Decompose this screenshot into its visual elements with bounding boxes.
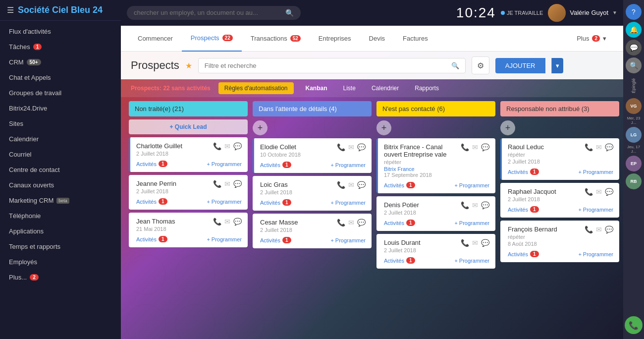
chat-bubble-icon[interactable]: 💬 xyxy=(626,40,642,56)
phone-icon[interactable]: 📞 xyxy=(337,181,345,189)
activities-label[interactable]: Activités xyxy=(384,258,404,264)
programmer-button[interactable]: + Programmer xyxy=(578,207,613,213)
email-icon[interactable]: ✉ xyxy=(472,143,478,151)
activities-label[interactable]: Activités xyxy=(508,207,528,213)
email-icon[interactable]: ✉ xyxy=(596,143,602,151)
add-col-button[interactable]: + xyxy=(500,120,515,135)
email-icon[interactable]: ✉ xyxy=(348,181,354,189)
tab-transactions[interactable]: Transactions 52 xyxy=(242,26,310,52)
chat-icon[interactable]: 💬 xyxy=(605,143,613,151)
sidebar-item-crm[interactable]: CRM 50+ xyxy=(0,55,121,70)
programmer-button[interactable]: + Programmer xyxy=(454,182,489,188)
programmer-button[interactable]: + Programmer xyxy=(578,251,613,257)
activities-label[interactable]: Activités xyxy=(384,182,404,188)
add-col-button[interactable]: + xyxy=(253,120,268,135)
sidebar-item-taches[interactable]: Tâches 1 xyxy=(0,39,121,55)
chat-icon[interactable]: 💬 xyxy=(605,188,613,196)
chat-icon[interactable]: 💬 xyxy=(605,226,613,233)
phone-icon[interactable]: 📞 xyxy=(213,180,221,188)
kanban-button[interactable]: Kanban xyxy=(302,82,331,94)
tab-entreprises[interactable]: Entreprises xyxy=(310,26,360,52)
phone-icon[interactable]: 📞 xyxy=(461,143,469,151)
phone-icon[interactable]: 📞 xyxy=(585,188,593,196)
programmer-button[interactable]: + Programmer xyxy=(330,162,366,168)
sidebar-item-drive[interactable]: Bitrix24.Drive xyxy=(0,101,121,116)
activities-label[interactable]: Activités xyxy=(136,161,157,167)
email-icon[interactable]: ✉ xyxy=(348,143,354,151)
sidebar-item-employes[interactable]: Employés xyxy=(0,254,121,270)
sidebar-item-plus[interactable]: Plus... 2 xyxy=(0,270,121,285)
hamburger-icon[interactable]: ☰ xyxy=(7,5,14,15)
star-icon[interactable]: ★ xyxy=(185,61,192,70)
chat-icon[interactable]: 💬 xyxy=(357,143,366,151)
chat-icon[interactable]: 💬 xyxy=(481,201,489,209)
settings-button[interactable]: ⚙ xyxy=(472,56,489,74)
chat-icon[interactable]: 💬 xyxy=(481,239,489,247)
tab-prospects[interactable]: Prospects 22 xyxy=(182,26,242,52)
chat-icon[interactable]: 💬 xyxy=(233,218,242,226)
tab-commencer[interactable]: Commencer xyxy=(129,26,182,52)
chat-icon[interactable]: 💬 xyxy=(233,142,242,150)
phone-call-icon[interactable]: 📞 xyxy=(625,316,643,334)
avatar[interactable]: VG xyxy=(626,98,642,114)
email-icon[interactable]: ✉ xyxy=(596,226,602,233)
email-icon[interactable]: ✉ xyxy=(596,188,602,196)
activities-label[interactable]: Activités xyxy=(136,236,157,242)
rapports-button[interactable]: Rapports xyxy=(411,82,443,94)
chat-icon[interactable]: 💬 xyxy=(481,143,489,151)
add-button-dropdown[interactable]: ▾ xyxy=(551,58,563,73)
programmer-button[interactable]: + Programmer xyxy=(207,161,242,167)
activities-label[interactable]: Activités xyxy=(260,200,280,206)
activities-label[interactable]: Activités xyxy=(384,220,404,226)
email-icon[interactable]: ✉ xyxy=(472,201,478,209)
company-link[interactable]: Bitrix France xyxy=(384,166,461,172)
search-right-icon[interactable]: 🔍 xyxy=(626,57,642,73)
chat-icon[interactable]: 💬 xyxy=(357,219,366,226)
email-icon[interactable]: ✉ xyxy=(224,142,230,150)
tab-factures[interactable]: Factures xyxy=(394,26,437,52)
add-col-button[interactable]: + xyxy=(376,120,391,135)
add-quick-lead-button[interactable]: + Quick Lead xyxy=(129,119,248,134)
sidebar-item-marketing[interactable]: Marketing CRM beta xyxy=(0,193,121,208)
phone-icon[interactable]: 📞 xyxy=(213,142,221,150)
activities-label[interactable]: Activités xyxy=(508,251,528,257)
avatar[interactable]: EP xyxy=(626,156,642,171)
sidebar-item-applications[interactable]: Applications xyxy=(0,224,121,239)
add-button[interactable]: AJOUTER xyxy=(495,58,545,73)
activities-label[interactable]: Activités xyxy=(136,199,157,205)
activities-label[interactable]: Activités xyxy=(260,162,280,168)
tab-plus[interactable]: Plus 2 ▾ xyxy=(568,26,615,52)
email-icon[interactable]: ✉ xyxy=(348,219,354,226)
programmer-button[interactable]: + Programmer xyxy=(330,200,366,206)
phone-icon[interactable]: 📞 xyxy=(461,239,469,247)
help-icon[interactable]: ? xyxy=(626,4,642,20)
sidebar-item-telephonie[interactable]: Téléphonie xyxy=(0,208,121,224)
programmer-button[interactable]: + Programmer xyxy=(207,199,242,205)
tab-devis[interactable]: Devis xyxy=(360,26,394,52)
programmer-button[interactable]: + Programmer xyxy=(330,237,366,243)
sidebar-item-groupes[interactable]: Groupes de travail xyxy=(0,85,121,101)
automatisation-button[interactable]: Règles d'automatisation xyxy=(218,82,294,94)
phone-icon[interactable]: 📞 xyxy=(337,143,345,151)
programmer-button[interactable]: + Programmer xyxy=(578,169,613,175)
programmer-button[interactable]: + Programmer xyxy=(454,220,489,226)
phone-icon[interactable]: 📞 xyxy=(337,219,345,226)
sidebar-item-chat[interactable]: Chat et Appels xyxy=(0,70,121,85)
phone-icon[interactable]: 📞 xyxy=(461,201,469,209)
search-input[interactable] xyxy=(134,9,282,16)
chat-icon[interactable]: 💬 xyxy=(357,181,366,189)
email-icon[interactable]: ✉ xyxy=(472,239,478,247)
sidebar-item-temps[interactable]: Temps et rapports xyxy=(0,239,121,254)
phone-icon[interactable]: 📞 xyxy=(585,226,593,233)
sidebar-item-canaux[interactable]: Canaux ouverts xyxy=(0,177,121,193)
activities-label[interactable]: Activités xyxy=(260,237,280,243)
programmer-button[interactable]: + Programmer xyxy=(207,236,242,242)
programmer-button[interactable]: + Programmer xyxy=(454,258,489,264)
sidebar-item-contact[interactable]: Centre de contact xyxy=(0,162,121,177)
activities-badge[interactable]: 1 xyxy=(159,161,167,167)
phone-icon[interactable]: 📞 xyxy=(213,218,221,226)
avatar[interactable]: RB xyxy=(626,173,642,189)
sidebar-item-courriel[interactable]: Courriel xyxy=(0,147,121,162)
sidebar-item-calendrier[interactable]: Calendrier xyxy=(0,131,121,147)
user-profile[interactable]: Valérie Guyot ▼ xyxy=(548,4,617,22)
